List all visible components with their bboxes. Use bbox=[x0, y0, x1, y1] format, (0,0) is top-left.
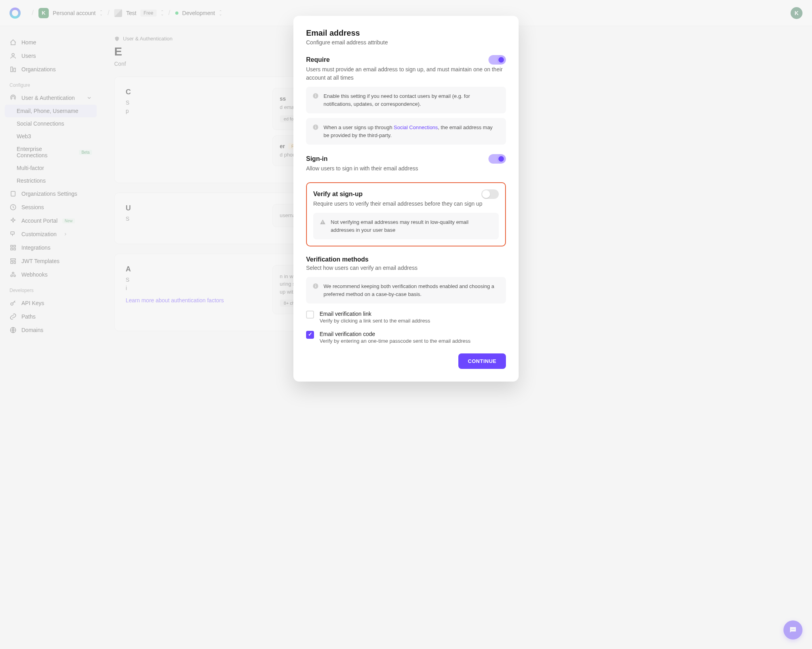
svg-rect-24 bbox=[315, 127, 316, 129]
verify-description: Require users to verify their email addr… bbox=[313, 200, 499, 208]
verify-toggle[interactable] bbox=[481, 189, 499, 199]
require-toggle[interactable] bbox=[488, 55, 506, 65]
signin-label: Sign-in bbox=[306, 155, 327, 162]
verification-code-option[interactable]: Email verification code Verify by enteri… bbox=[306, 331, 506, 344]
signin-toggle[interactable] bbox=[488, 154, 506, 164]
verification-link-label: Email verification link bbox=[320, 311, 430, 317]
info-icon bbox=[312, 124, 319, 130]
verification-code-label: Email verification code bbox=[320, 331, 471, 337]
verify-label: Verify at sign-up bbox=[313, 191, 362, 198]
require-label: Require bbox=[306, 56, 330, 63]
require-description: Users must provide an email address to s… bbox=[306, 65, 506, 82]
svg-rect-29 bbox=[315, 286, 316, 288]
svg-point-30 bbox=[315, 284, 316, 285]
methods-notice: We recommend keeping both verification m… bbox=[306, 277, 506, 304]
verification-link-option[interactable]: Email verification link Verify by clicki… bbox=[306, 311, 506, 324]
verification-link-description: Verify by clicking a link sent to the em… bbox=[320, 318, 430, 324]
require-section: Require Users must provide an email addr… bbox=[306, 55, 506, 145]
require-notice-2: When a user signs up through Social Conn… bbox=[306, 118, 506, 145]
social-connections-link[interactable]: Social Connections bbox=[394, 124, 438, 130]
info-icon bbox=[312, 93, 319, 99]
verification-link-checkbox[interactable] bbox=[306, 311, 314, 319]
verify-section: Verify at sign-up Require users to verif… bbox=[306, 182, 506, 246]
verification-code-description: Verify by entering an one-time passcode … bbox=[320, 338, 471, 344]
modal-title: Email address bbox=[306, 29, 506, 38]
modal-overlay[interactable]: Email address Configure email address at… bbox=[0, 0, 812, 350]
svg-point-22 bbox=[315, 94, 316, 95]
info-icon bbox=[312, 283, 319, 289]
svg-rect-21 bbox=[315, 95, 316, 97]
signin-description: Allow users to sign in with their email … bbox=[306, 164, 506, 173]
svg-point-25 bbox=[315, 126, 316, 126]
verify-warning: Not verifying email addresses may result… bbox=[313, 213, 499, 239]
modal-subtitle: Configure email address attribute bbox=[306, 39, 506, 46]
email-address-modal: Email address Configure email address at… bbox=[293, 16, 519, 350]
svg-rect-26 bbox=[322, 221, 323, 223]
signin-section: Sign-in Allow users to sign in with thei… bbox=[306, 154, 506, 173]
methods-section: Verification methods Select how users ca… bbox=[306, 256, 506, 344]
methods-label: Verification methods bbox=[306, 256, 506, 263]
svg-point-27 bbox=[322, 223, 323, 223]
warning-icon bbox=[320, 219, 326, 225]
methods-description: Select how users can verify an email add… bbox=[306, 264, 506, 272]
require-notice-1: Enable this setting if you need to conta… bbox=[306, 87, 506, 113]
verification-code-checkbox[interactable] bbox=[306, 331, 314, 339]
